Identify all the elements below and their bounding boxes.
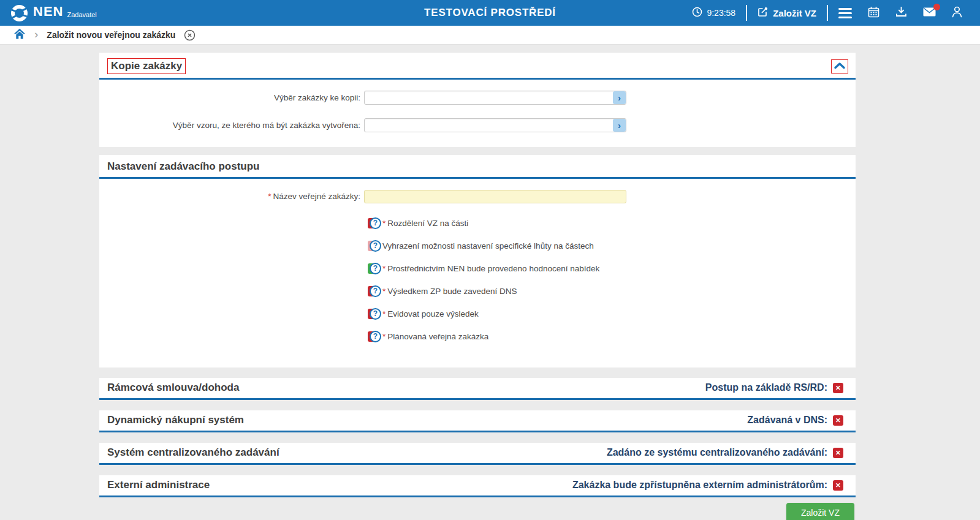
header-divider <box>746 5 747 21</box>
user-profile-button[interactable] <box>944 6 970 20</box>
form-row: *Název veřejné zakázky: <box>99 190 856 203</box>
checkbox-row: ✕ *Plánovaná veřejná zakázka ? <box>99 330 856 344</box>
submit-vz-button[interactable]: Založit VZ <box>786 503 854 520</box>
vz-name-input[interactable] <box>364 190 626 203</box>
app-header: NEN Zadavatel TESTOVACÍ PROSTŘEDÍ 9:23:5… <box>0 0 980 26</box>
template-input[interactable] <box>364 118 626 132</box>
section-right-label: Postup na základě RS/RD: <box>705 382 827 393</box>
section-toggle: Zadávaná v DNS: ✕ <box>747 415 843 426</box>
help-icon[interactable]: ? <box>370 240 381 252</box>
checkbox-label: *Rozdělení VZ na části <box>382 219 468 228</box>
section-title: Externí administrace <box>107 479 210 491</box>
main-content: Kopie zakázky Výběr zakázky ke kopii: › … <box>99 53 856 520</box>
footer-action-bar: Založit VZ <box>99 497 856 520</box>
breadcrumb-page-title: Založit novou veřejnou zakázku <box>47 30 175 40</box>
required-marker: * <box>382 309 386 318</box>
help-icon[interactable]: ? <box>370 331 381 342</box>
template-label: Výběr vzoru, ze kterého má být zakázka v… <box>99 121 364 130</box>
section-copy-order: Kopie zakázky Výběr zakázky ke kopii: › … <box>99 53 856 147</box>
checkbox-unchecked-icon[interactable]: ✕ <box>833 448 843 458</box>
section-right-label: Zadávaná v DNS: <box>747 415 827 426</box>
checkbox-label: Vyhrazení možnosti nastavení specifické … <box>382 241 594 251</box>
copy-order-picker-button[interactable]: › <box>613 91 626 104</box>
checkbox-unchecked-icon[interactable]: ✕ <box>833 383 843 393</box>
checkbox-label: *Plánovaná veřejná zakázka <box>382 332 488 341</box>
messages-button[interactable] <box>915 7 944 19</box>
download-icon <box>895 6 907 20</box>
checkbox-label: *Výsledkem ZP bude zavedení DNS <box>382 287 517 296</box>
checkbox-unchecked-icon[interactable]: ✕ <box>833 415 843 426</box>
vz-name-label: *Název veřejné zakázky: <box>99 192 364 201</box>
logo-role-label: Zadavatel <box>67 11 96 18</box>
template-picker-button[interactable]: › <box>613 119 626 132</box>
logo-text: NEN <box>33 5 63 18</box>
required-marker: * <box>382 287 386 296</box>
user-icon <box>952 6 962 20</box>
hamburger-icon <box>838 8 852 18</box>
checkbox-row: ✕ Vyhrazení možnosti nastavení specifick… <box>99 239 856 253</box>
nen-logo-icon <box>10 4 29 25</box>
download-button[interactable] <box>887 6 915 20</box>
checkbox-unchecked-icon[interactable]: ✕ <box>833 480 843 491</box>
form-row: Výběr zakázky ke kopii: › <box>99 91 856 105</box>
section-title: Systém centralizovaného zadávání <box>107 447 279 459</box>
mail-icon <box>923 7 936 19</box>
required-marker: * <box>268 192 271 201</box>
form-row: Výběr vzoru, ze kterého má být zakázka v… <box>99 118 856 132</box>
checkbox-row: ✕ *Evidovat pouze výsledek ? <box>99 307 856 321</box>
template-lookup: › <box>364 118 626 132</box>
help-icon[interactable]: ? <box>370 217 381 229</box>
section-settings-header: Nastavení zadávacího postupu <box>99 155 856 178</box>
copy-order-label: Výběr zakázky ke kopii: <box>99 93 364 102</box>
section-title: Rámcová smlouva/dohoda <box>107 382 239 394</box>
section-right-label: Zadáno ze systému centralizovaného zadáv… <box>607 447 827 458</box>
copy-order-input[interactable] <box>364 91 626 105</box>
calendar-button[interactable] <box>860 6 887 20</box>
section-copy-header: Kopie zakázky <box>99 53 856 80</box>
menu-button[interactable] <box>830 8 860 18</box>
checkbox-label: *Prostřednictvím NEN bude provedeno hodn… <box>382 264 599 273</box>
copy-order-lookup: › <box>364 91 626 105</box>
section-external-administration[interactable]: Externí administrace Zakázka bude zpříst… <box>99 475 856 497</box>
create-vz-label: Založit VZ <box>773 8 816 18</box>
unread-badge <box>933 4 940 10</box>
section-toggle: Zadáno ze systému centralizovaného zadáv… <box>607 447 843 458</box>
clock-icon <box>692 7 702 20</box>
required-marker: * <box>382 332 386 341</box>
section-title: Dynamický nákupní systém <box>107 414 244 426</box>
chevron-up-icon <box>834 61 846 72</box>
chevron-right-icon: › <box>618 92 621 103</box>
home-icon[interactable] <box>13 28 26 42</box>
section-framework-agreement[interactable]: Rámcová smlouva/dohoda Postup na základě… <box>99 378 856 400</box>
section-procedure-settings: Nastavení zadávacího postupu *Název veře… <box>99 155 856 367</box>
breadcrumb: › Založit novou veřejnou zakázku <box>0 26 980 45</box>
checkbox-row: ✓ *Prostřednictvím NEN bude provedeno ho… <box>99 262 856 276</box>
section-dynamic-purchasing[interactable]: Dynamický nákupní systém Zadávaná v DNS:… <box>99 410 856 432</box>
nen-logo[interactable]: NEN Zadavatel <box>10 1 97 25</box>
calendar-icon <box>868 6 879 20</box>
checkbox-row: ✕ *Rozdělení VZ na části ? <box>99 217 856 230</box>
help-icon[interactable]: ? <box>370 263 381 274</box>
close-tab-icon[interactable] <box>184 29 196 41</box>
help-icon[interactable]: ? <box>370 285 381 297</box>
help-icon[interactable]: ? <box>370 308 381 320</box>
required-marker: * <box>382 219 386 228</box>
section-copy-body: Výběr zakázky ke kopii: › Výběr vzoru, z… <box>99 80 856 147</box>
collapse-section-button[interactable] <box>831 59 848 73</box>
section-copy-title: Kopie zakázky <box>107 58 186 74</box>
section-right-label: Zakázka bude zpřístupněna externím admin… <box>572 480 827 491</box>
header-divider <box>827 5 828 21</box>
create-vz-button[interactable]: Založit VZ <box>750 6 824 20</box>
header-toolbar: 9:23:58 Založit VZ <box>684 5 970 21</box>
chevron-right-icon: › <box>618 120 621 130</box>
required-marker: * <box>382 264 386 273</box>
edit-icon <box>758 6 769 20</box>
section-settings-body: *Název veřejné zakázky: ✕ *Rozdělení VZ … <box>99 179 856 367</box>
section-centralized-procurement[interactable]: Systém centralizovaného zadávání Zadáno … <box>99 443 856 465</box>
breadcrumb-separator-icon: › <box>34 28 38 40</box>
section-settings-title: Nastavení zadávacího postupu <box>107 160 259 173</box>
section-toggle: Postup na základě RS/RD: ✕ <box>705 382 843 393</box>
time-value: 9:23:58 <box>707 8 735 18</box>
section-toggle: Zakázka bude zpřístupněna externím admin… <box>572 480 843 491</box>
checkbox-row: ✕ *Výsledkem ZP bude zavedení DNS ? <box>99 285 856 298</box>
